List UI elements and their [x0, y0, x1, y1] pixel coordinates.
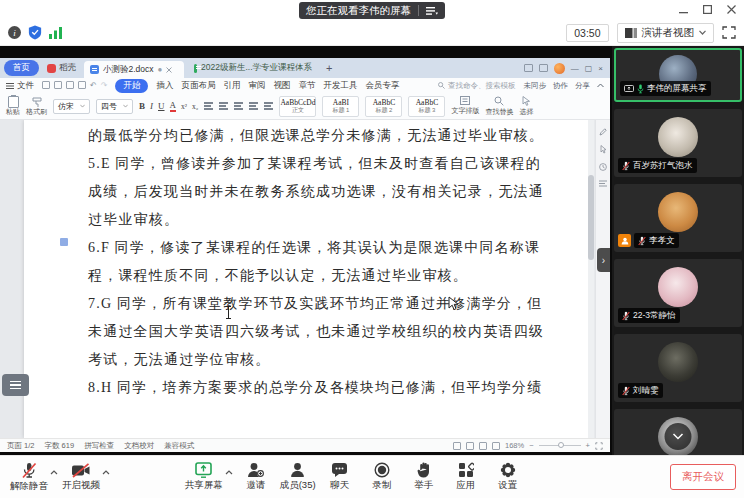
wps-tab-home[interactable]: 首页 [4, 60, 39, 76]
select-button[interactable]: 选择 [519, 96, 533, 117]
wps-grid-icon[interactable] [539, 64, 548, 72]
number-list-icon[interactable] [219, 102, 228, 110]
menu-tab-references[interactable]: 引用 [223, 80, 240, 92]
view-web-icon[interactable] [466, 442, 474, 450]
subscript-button[interactable]: x₂ [192, 102, 198, 111]
toc-navigation-button[interactable] [2, 374, 29, 396]
raise-hand-button[interactable]: 举手 [403, 462, 445, 492]
view-page-icon[interactable] [453, 442, 461, 450]
info-icon[interactable]: i [8, 26, 21, 39]
share-button[interactable]: 分享 [575, 81, 590, 91]
record-button[interactable]: 录制 [361, 462, 403, 492]
redo-icon[interactable]: ↷ [101, 81, 108, 90]
shield-check-icon[interactable] [28, 25, 42, 40]
format-painter-button[interactable]: 格式刷 [26, 97, 47, 116]
wps-tab-spreadsheet[interactable]: 2022级新生...学专业课程体系 [188, 62, 318, 74]
undo-icon[interactable]: ↶ [90, 81, 97, 90]
pill-menu-icon[interactable] [426, 6, 438, 16]
menu-tab-section[interactable]: 章节 [298, 80, 315, 92]
zoom-knob[interactable] [558, 442, 564, 448]
style-normal[interactable]: AaBbCcDd 正文 [279, 96, 316, 117]
comment-marker-icon[interactable] [60, 238, 68, 246]
unmute-button[interactable]: 解除静音 [8, 462, 50, 493]
signal-bars-icon[interactable] [49, 26, 63, 39]
style-heading1[interactable]: AaBI 标题 1 [322, 96, 359, 117]
settings-button[interactable]: 设置 [487, 462, 529, 492]
collaborate-button[interactable]: 协作 [553, 81, 568, 91]
fullscreen-icon[interactable] [722, 26, 736, 39]
word-count[interactable]: 字数 619 [45, 441, 75, 451]
justify-icon[interactable] [264, 102, 273, 110]
underline-button[interactable]: U [158, 101, 165, 111]
menu-tab-dev-tools[interactable]: 开发工具 [323, 80, 357, 92]
wps-file-menu[interactable]: 文件 [6, 80, 34, 92]
text-layout-button[interactable]: 文字排版 [451, 96, 479, 116]
edit-pencil-icon[interactable] [599, 128, 607, 136]
font-size-select[interactable]: 四号 [96, 99, 133, 114]
output-icon[interactable] [54, 81, 62, 89]
wps-account-avatar[interactable] [554, 63, 565, 74]
view-read-icon[interactable] [492, 442, 500, 450]
document-scrollbar[interactable] [588, 120, 594, 438]
select-arrow-icon[interactable] [600, 145, 607, 154]
align-center-icon[interactable] [249, 102, 258, 110]
menu-tab-membership[interactable]: 会员专享 [365, 80, 399, 92]
view-mode-button[interactable]: 演讲者视图 [617, 23, 715, 43]
wps-tab-docer[interactable]: 稻壳 [43, 62, 80, 74]
participant-tile[interactable]: 刘晴雯 [614, 334, 742, 402]
italic-button[interactable]: I [150, 101, 153, 111]
sync-status[interactable]: 未同步 [524, 81, 547, 91]
share-options-caret[interactable] [225, 470, 233, 475]
leave-meeting-button[interactable]: 离开会议 [670, 464, 736, 490]
fit-page-icon[interactable] [595, 442, 603, 450]
invite-button[interactable]: 邀请 [235, 462, 277, 492]
print-icon[interactable] [66, 81, 74, 89]
video-options-caret[interactable] [102, 470, 110, 475]
paste-button[interactable]: 粘贴 [6, 96, 20, 116]
history-clock-icon[interactable] [599, 163, 607, 171]
zoom-out-button[interactable]: − [529, 441, 533, 450]
preview-icon[interactable] [78, 81, 86, 89]
save-icon[interactable] [42, 81, 50, 89]
wps-tab-document[interactable]: 小测验2.docx ● [84, 61, 184, 78]
participant-tile[interactable]: 22-3常静怡 [614, 259, 742, 327]
outline-list-icon[interactable] [599, 180, 607, 187]
wps-mode-icon[interactable] [524, 64, 533, 72]
scroll-more-participants-button[interactable] [665, 423, 692, 450]
participant-tile[interactable]: 李孝文 [614, 184, 742, 252]
align-left-icon[interactable] [234, 102, 243, 110]
menu-tab-insert[interactable]: 插入 [156, 80, 173, 92]
menu-tab-page-layout[interactable]: 页面布局 [181, 80, 215, 92]
menu-tab-view[interactable]: 视图 [273, 80, 290, 92]
bold-button[interactable]: B [139, 101, 145, 111]
chat-button[interactable]: 聊天 [319, 462, 361, 492]
spell-check-button[interactable]: 拼写检查 [84, 441, 114, 451]
style-heading3[interactable]: AaBbC 标题 3 [408, 96, 445, 117]
wps-close-icon[interactable]: × [598, 64, 603, 73]
menu-tab-review[interactable]: 审阅 [248, 80, 265, 92]
zoom-slider[interactable] [539, 445, 581, 447]
font-color-button[interactable]: A [170, 100, 177, 112]
expand-panel-button[interactable]: › [597, 248, 610, 272]
participant-tile-sharing[interactable]: 李伟的屏幕共享 [614, 48, 742, 102]
mute-options-caret[interactable] [50, 470, 58, 475]
wps-minimize-icon[interactable]: — [571, 64, 579, 73]
close-icon[interactable] [724, 2, 738, 16]
zoom-level[interactable]: 168% [505, 441, 524, 450]
members-button[interactable]: 成员(35) [277, 462, 319, 492]
find-replace-button[interactable]: 查找替换 [485, 96, 513, 117]
scrollbar-thumb[interactable] [588, 175, 594, 260]
participant-tile[interactable]: 百岁苏打气泡水 [614, 109, 742, 177]
menu-tab-home[interactable]: 开始 [115, 79, 148, 93]
zoom-in-button[interactable]: + [586, 441, 590, 450]
command-search[interactable]: 查找命令、搜索模板 [438, 81, 516, 91]
bullet-list-icon[interactable] [204, 102, 213, 110]
superscript-button[interactable]: x² [181, 102, 187, 111]
style-heading2[interactable]: AaBbC 标题 2 [365, 96, 402, 117]
proofread-button[interactable]: 文档校对 [124, 441, 154, 451]
view-outline-icon[interactable] [479, 442, 487, 450]
start-video-button[interactable]: 开启视频 [60, 463, 102, 492]
maximize-icon[interactable] [700, 2, 714, 16]
font-name-select[interactable]: 仿宋 [53, 99, 90, 114]
collapse-ribbon-icon[interactable] [597, 83, 604, 88]
